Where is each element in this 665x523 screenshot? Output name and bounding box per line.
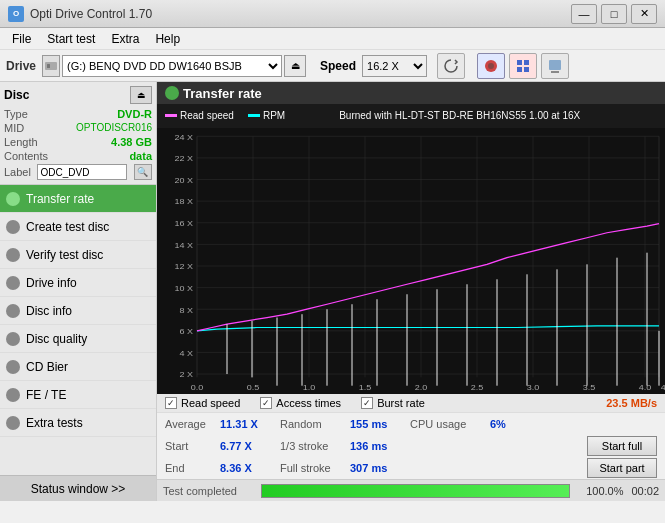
progress-fill	[262, 485, 569, 497]
svg-text:22 X: 22 X	[174, 155, 193, 163]
cpu-label: CPU usage	[410, 418, 480, 430]
checkbox-burst-rate[interactable]: ✓ Burst rate	[361, 397, 425, 409]
svg-text:2 X: 2 X	[179, 371, 193, 379]
type-label: Type	[4, 108, 28, 120]
status-window-button[interactable]: Status window >>	[0, 475, 156, 501]
burst-rate-value: 23.5 MB/s	[606, 397, 657, 409]
chart-area: Transfer rate Read speed RPM Burned with…	[157, 82, 665, 394]
eject-button[interactable]: ⏏	[284, 55, 306, 77]
disc-eject-button[interactable]: ⏏	[130, 86, 152, 104]
svg-text:0.5: 0.5	[247, 384, 260, 392]
svg-text:16 X: 16 X	[174, 220, 193, 228]
speed-select[interactable]: 16.2 X	[362, 55, 427, 77]
legend-rpm-color	[248, 114, 260, 117]
full-stroke-value: 307 ms	[350, 462, 400, 474]
svg-rect-1	[47, 64, 50, 68]
label-label: Label	[4, 166, 31, 178]
svg-text:3.0: 3.0	[527, 384, 540, 392]
window-controls: — □ ✕	[571, 4, 657, 24]
checkbox-access-times-box[interactable]: ✓	[260, 397, 272, 409]
checkbox-read-speed[interactable]: ✓ Read speed	[165, 397, 240, 409]
nav-fe-te[interactable]: FE / TE	[0, 381, 156, 409]
svg-text:4.0: 4.0	[639, 384, 652, 392]
svg-text:4 X: 4 X	[179, 349, 193, 357]
nav-cd-bier[interactable]: CD Bier	[0, 353, 156, 381]
menu-start-test[interactable]: Start test	[39, 30, 103, 48]
chart-legend: Read speed RPM Burned with HL-DT-ST BD-R…	[165, 110, 580, 121]
nav-extra-tests[interactable]: Extra tests	[0, 409, 156, 437]
svg-text:18 X: 18 X	[174, 198, 193, 206]
chart-burned-info: Burned with HL-DT-ST BD-RE BH16NS55 1.00…	[339, 110, 580, 121]
title-bar: O Opti Drive Control 1.70 — □ ✕	[0, 0, 665, 28]
nav-fe-te-label: FE / TE	[26, 388, 66, 402]
random-label: Random	[280, 418, 340, 430]
refresh-button[interactable]	[437, 53, 465, 79]
toolbar-btn-3[interactable]	[541, 53, 569, 79]
nav-transfer-rate[interactable]: Transfer rate	[0, 185, 156, 213]
checkbox-read-speed-box[interactable]: ✓	[165, 397, 177, 409]
menu-extra[interactable]: Extra	[103, 30, 147, 48]
nav-disc-info[interactable]: Disc info	[0, 297, 156, 325]
nav-drive-info[interactable]: Drive info	[0, 269, 156, 297]
disc-title: Disc	[4, 88, 29, 102]
menu-help[interactable]: Help	[147, 30, 188, 48]
svg-text:3.5: 3.5	[583, 384, 596, 392]
toolbar-btn-2[interactable]	[509, 53, 537, 79]
contents-label: Contents	[4, 150, 48, 162]
type-value: DVD-R	[117, 108, 152, 120]
svg-rect-5	[524, 60, 529, 65]
close-button[interactable]: ✕	[631, 4, 657, 24]
svg-rect-0	[45, 62, 57, 70]
svg-text:14 X: 14 X	[174, 241, 193, 249]
app-icon: O	[8, 6, 24, 22]
checkboxes-row: ✓ Read speed ✓ Access times ✓ Burst rate…	[157, 394, 665, 413]
checkbox-burst-rate-box[interactable]: ✓	[361, 397, 373, 409]
speed-label: Speed	[320, 59, 356, 73]
nav-create-test-disc-label: Create test disc	[26, 220, 109, 234]
start-label: Start	[165, 440, 210, 452]
progress-percent: 100.0%	[578, 485, 623, 497]
length-label: Length	[4, 136, 38, 148]
menu-file[interactable]: File	[4, 30, 39, 48]
start-full-button[interactable]: Start full	[587, 436, 657, 456]
cpu-value: 6%	[490, 418, 530, 430]
svg-text:6 X: 6 X	[179, 328, 193, 336]
drive-bar: Drive (G:) BENQ DVD DD DW1640 BSJB ⏏ Spe…	[0, 50, 665, 82]
drive-label: Drive	[6, 59, 36, 73]
end-label: End	[165, 462, 210, 474]
svg-text:1.5: 1.5	[359, 384, 372, 392]
nav-disc-quality-label: Disc quality	[26, 332, 87, 346]
nav-verify-test-disc[interactable]: Verify test disc	[0, 241, 156, 269]
stats-row-1: Average 11.31 X Random 155 ms CPU usage …	[157, 413, 665, 435]
checkbox-access-times[interactable]: ✓ Access times	[260, 397, 341, 409]
toolbar-btn-1[interactable]	[477, 53, 505, 79]
legend-read-speed: Read speed	[165, 110, 234, 121]
full-stroke-label: Full stroke	[280, 462, 340, 474]
svg-text:12 X: 12 X	[174, 263, 193, 271]
start-value: 6.77 X	[220, 440, 270, 452]
end-value: 8.36 X	[220, 462, 270, 474]
start-part-button[interactable]: Start part	[587, 458, 657, 478]
nav-create-test-disc[interactable]: Create test disc	[0, 213, 156, 241]
progress-bar-area: Test completed 100.0% 00:02	[157, 479, 665, 501]
mid-label: MID	[4, 122, 24, 134]
nav-disc-quality[interactable]: Disc quality	[0, 325, 156, 353]
legend-read-speed-color	[165, 114, 177, 117]
label-input[interactable]	[37, 164, 127, 180]
label-search-button[interactable]: 🔍	[134, 164, 152, 180]
average-label: Average	[165, 418, 210, 430]
minimize-button[interactable]: —	[571, 4, 597, 24]
maximize-button[interactable]: □	[601, 4, 627, 24]
svg-rect-9	[551, 71, 559, 73]
chart-title: Transfer rate	[183, 86, 262, 101]
status-text: Test completed	[163, 485, 253, 497]
app-title: Opti Drive Control 1.70	[30, 7, 152, 21]
checkbox-access-times-label: Access times	[276, 397, 341, 409]
drive-select[interactable]: (G:) BENQ DVD DD DW1640 BSJB	[62, 55, 282, 77]
disc-panel: Disc ⏏ Type DVD-R MID OPTODISCR016 Lengt…	[0, 82, 156, 185]
stroke-label: 1/3 stroke	[280, 440, 340, 452]
svg-text:24 X: 24 X	[174, 133, 193, 141]
svg-text:2.5: 2.5	[471, 384, 484, 392]
menu-bar: File Start test Extra Help	[0, 28, 665, 50]
stats-row-3: End 8.36 X Full stroke 307 ms Start part	[157, 457, 665, 479]
